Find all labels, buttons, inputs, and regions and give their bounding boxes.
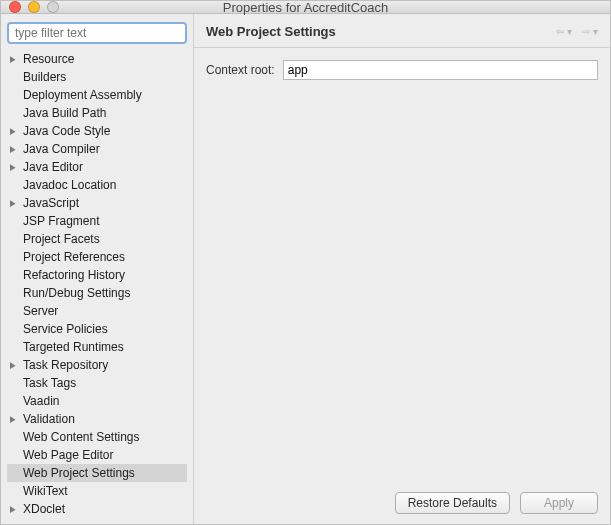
- tree-item[interactable]: WikiText: [7, 482, 187, 500]
- tree-item[interactable]: Java Build Path: [7, 104, 187, 122]
- nav-toolbar: ⇦ ▾ ⇨ ▾: [556, 26, 598, 37]
- sidebar: ResourceBuildersDeployment AssemblyJava …: [1, 14, 193, 524]
- tree-item[interactable]: Project References: [7, 248, 187, 266]
- form-area: Context root:: [194, 48, 610, 484]
- tree-item[interactable]: Javadoc Location: [7, 176, 187, 194]
- tree-item[interactable]: Deployment Assembly: [7, 86, 187, 104]
- window-title: Properties for AccreditCoach: [1, 0, 610, 15]
- titlebar: Properties for AccreditCoach: [1, 1, 610, 14]
- context-root-label: Context root:: [206, 63, 275, 77]
- tree-item[interactable]: Resource: [7, 50, 187, 68]
- tree-item[interactable]: Builders: [7, 68, 187, 86]
- tree-item[interactable]: Task Tags: [7, 374, 187, 392]
- tree-item[interactable]: Project Facets: [7, 230, 187, 248]
- page-title: Web Project Settings: [206, 24, 336, 39]
- forward-icon[interactable]: ⇨ ▾: [582, 26, 598, 37]
- tree-item[interactable]: Web Content Settings: [7, 428, 187, 446]
- tree-item[interactable]: Run/Debug Settings: [7, 284, 187, 302]
- tree-item[interactable]: Refactoring History: [7, 266, 187, 284]
- context-root-row: Context root:: [206, 60, 598, 80]
- properties-tree[interactable]: ResourceBuildersDeployment AssemblyJava …: [7, 50, 187, 518]
- tree-item[interactable]: JavaScript: [7, 194, 187, 212]
- tree-item[interactable]: Web Page Editor: [7, 446, 187, 464]
- page-button-row: Restore Defaults Apply: [194, 484, 610, 524]
- tree-item[interactable]: Web Project Settings: [7, 464, 187, 482]
- content-area: ResourceBuildersDeployment AssemblyJava …: [1, 14, 610, 524]
- tree-item[interactable]: Server: [7, 302, 187, 320]
- tree-item[interactable]: Java Code Style: [7, 122, 187, 140]
- restore-defaults-button[interactable]: Restore Defaults: [395, 492, 510, 514]
- tree-item[interactable]: Service Policies: [7, 320, 187, 338]
- tree-item[interactable]: Vaadin: [7, 392, 187, 410]
- main-header: Web Project Settings ⇦ ▾ ⇨ ▾: [194, 14, 610, 48]
- tree-item[interactable]: XDoclet: [7, 500, 187, 518]
- tree-item[interactable]: Java Editor: [7, 158, 187, 176]
- filter-input[interactable]: [7, 22, 187, 44]
- tree-item[interactable]: Validation: [7, 410, 187, 428]
- tree-item[interactable]: JSP Fragment: [7, 212, 187, 230]
- context-root-input[interactable]: [283, 60, 598, 80]
- tree-item[interactable]: Targeted Runtimes: [7, 338, 187, 356]
- tree-item[interactable]: Java Compiler: [7, 140, 187, 158]
- tree-item[interactable]: Task Repository: [7, 356, 187, 374]
- main-panel: Web Project Settings ⇦ ▾ ⇨ ▾ Context roo…: [193, 14, 610, 524]
- back-icon[interactable]: ⇦ ▾: [556, 26, 572, 37]
- apply-button[interactable]: Apply: [520, 492, 598, 514]
